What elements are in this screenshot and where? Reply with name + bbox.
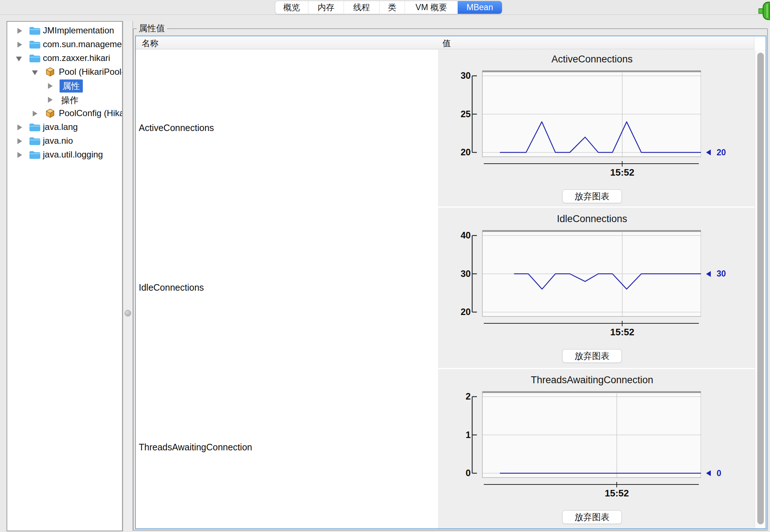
tree-item-attributes[interactable]: 属性 [7,79,123,93]
tree-item-pool[interactable]: Pool (HikariPool- [7,65,123,79]
tab-vm-summary[interactable]: VM 概要 [405,1,458,14]
y-tick-label: 20 [439,147,471,157]
folder-icon [29,150,41,160]
x-axis-line [484,163,699,164]
tree-item-label-selected: 属性 [60,79,83,93]
attribute-name-activeconnections[interactable]: ActiveConnections [139,123,214,134]
tree-item-operations[interactable]: 操作 [7,93,123,107]
scrollbar-corner [754,36,766,49]
current-value-marker: 30 [706,270,726,278]
tree-item-poolconfig[interactable]: PoolConfig (Hikar [7,107,123,120]
tree-item-label: java.util.logging [43,150,103,160]
x-axis-tick [622,321,623,326]
chart-title: IdleConnections [482,213,702,225]
arrow-left-icon [706,470,711,476]
tab-classes[interactable]: 类 [379,1,405,14]
arrow-left-icon [706,150,711,155]
tree-item-jmimplementation[interactable]: JMImplementation [7,24,123,38]
current-value: 20 [717,148,726,157]
y-tick-label: 2 [439,391,471,402]
tab-memory[interactable]: 内存 [308,1,344,14]
chart-idleconnections: IdleConnections 403020 30 15:52 放弃图表 [439,213,759,366]
chevron-right-icon[interactable] [17,152,22,158]
tab-threads[interactable]: 线程 [344,1,379,14]
chevron-right-icon[interactable] [17,28,22,34]
y-tick-label: 30 [439,269,471,279]
chevron-right-icon[interactable] [33,111,37,116]
current-value: 30 [717,269,726,279]
y-tick-label: 30 [439,70,471,81]
tree-item-java-lang[interactable]: java.lang [7,120,123,134]
tab-group: 概览 内存 线程 类 VM 概要 MBean [275,1,502,14]
panel-splitter[interactable] [123,21,133,531]
chart-plot [467,229,701,318]
tab-overview[interactable]: 概览 [275,1,308,14]
chevron-right-icon[interactable] [48,97,53,103]
chevron-right-icon[interactable] [17,42,22,48]
chart-title: ActiveConnections [482,54,702,65]
current-value: 0 [717,468,721,478]
chevron-down-icon[interactable] [16,57,22,61]
tree-item-label: 操作 [61,94,78,106]
x-axis-tick [616,482,617,487]
x-axis-line [484,323,699,324]
discard-chart-button[interactable]: 放弃图表 [562,510,622,524]
folder-icon [29,53,41,63]
table-header: 名称 值 [136,36,766,49]
y-tick-label: 40 [439,230,471,241]
x-axis-tick [622,161,623,167]
tree-item-label: com.sun.manageme [43,39,122,49]
tree-item-java-util-logging[interactable]: java.util.logging [7,148,123,162]
tab-bar: 概览 内存 线程 类 VM 概要 MBean [0,0,770,15]
tree-item-label: com.zaxxer.hikari [43,53,110,63]
group-title: 属性值 [137,22,167,34]
chevron-right-icon[interactable] [17,138,22,144]
splitter-handle[interactable] [125,310,131,316]
chevron-right-icon[interactable] [17,124,22,130]
arrow-left-icon [706,271,711,277]
folder-icon [29,25,41,36]
discard-chart-button[interactable]: 放弃图表 [562,189,622,203]
tree-item-label: Pool (HikariPool- [59,67,123,77]
tree-item-label: java.lang [43,122,78,132]
chevron-right-icon[interactable] [48,83,53,89]
y-tick-label: 20 [439,307,471,317]
tree-item-java-nio[interactable]: java.nio [7,134,123,148]
current-value-marker: 20 [706,148,726,157]
tree-item-com-zaxxer-hikari[interactable]: com.zaxxer.hikari [7,52,123,65]
tree-item-label: PoolConfig (Hikar [59,108,123,118]
x-axis-label: 15:52 [593,327,651,338]
tree-item-label: java.nio [43,136,73,146]
x-axis-label: 15:52 [593,167,651,178]
y-tick-label: 25 [439,109,471,119]
discard-chart-button[interactable]: 放弃图表 [562,349,622,363]
x-axis-line [484,484,699,485]
mbean-tree: JMImplementation com.sun.manageme com.za… [7,21,123,531]
attribute-name-idleconnections[interactable]: IdleConnections [139,282,204,293]
chart-plot [467,70,701,158]
y-tick-label: 0 [439,468,471,478]
row-separator [438,368,755,369]
attribute-name-threadsawaitingconnection[interactable]: ThreadsAwaitingConnection [139,442,252,453]
chart-threadsawaitingconnection: ThreadsAwaitingConnection 210 0 15:52 放弃… [439,375,759,527]
folder-icon [29,136,41,146]
tab-mbean[interactable]: MBean [458,1,502,14]
current-value-marker: 0 [706,469,721,478]
column-header-name[interactable]: 名称 [142,38,158,49]
tree-item-com-sun-management[interactable]: com.sun.manageme [7,38,123,52]
folder-icon [29,39,41,49]
chart-activeconnections: ActiveConnections 302520 20 15:52 放弃图表 [439,54,759,206]
chart-plot [467,390,701,479]
connection-plug-icon [758,1,770,20]
mbean-cube-icon [45,67,55,77]
chart-title: ThreadsAwaitingConnection [482,375,702,386]
tree-item-label: JMImplementation [43,25,114,36]
row-separator [438,206,755,208]
folder-icon [29,122,41,132]
y-tick-label: 1 [439,430,471,440]
column-header-value[interactable]: 值 [442,38,451,49]
chevron-down-icon[interactable] [32,70,38,75]
x-axis-label: 15:52 [588,488,646,499]
mbean-cube-icon [45,108,55,118]
